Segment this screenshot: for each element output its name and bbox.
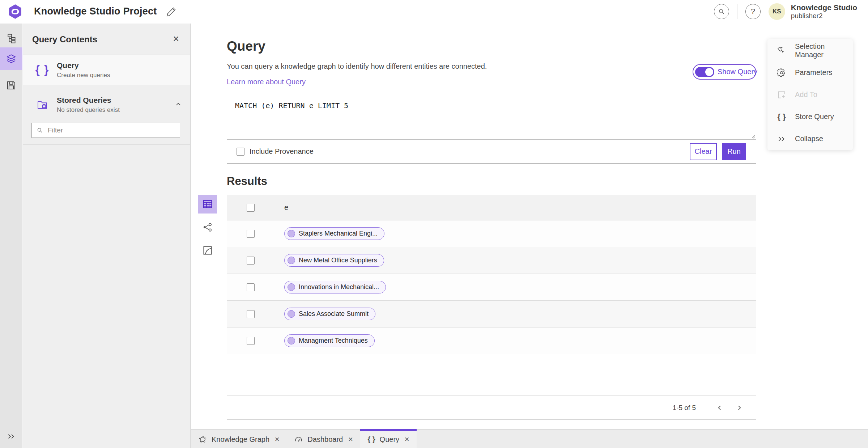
query-textarea[interactable]: MATCH (e) RETURN e LIMIT 5 <box>227 96 756 139</box>
row-checkbox[interactable] <box>247 230 255 238</box>
table-row: New Metal Office Suppliers <box>227 247 756 274</box>
query-actions-row: Include Provenance Clear Run <box>227 140 756 163</box>
include-provenance-label: Include Provenance <box>250 147 314 156</box>
link-chart-view-icon <box>202 222 213 233</box>
close-tab-icon[interactable]: ✕ <box>404 436 409 443</box>
entity-pill[interactable]: Staplers Mechanical Engi... <box>284 227 384 240</box>
learn-more-link[interactable]: Learn more about Query <box>227 78 306 86</box>
sidebar-item-save[interactable] <box>0 74 22 97</box>
store-query-item[interactable]: { } Store Query <box>767 106 853 128</box>
query-action-panel: Selection Manager Parameters Add To { } … <box>767 39 853 150</box>
action-label: Add To <box>795 90 817 99</box>
view-tab-bar: Knowledge Graph ✕ Dashboard ✕ { } Query … <box>191 429 868 448</box>
tab-knowledge-graph[interactable]: Knowledge Graph ✕ <box>191 429 287 448</box>
row-checkbox[interactable] <box>247 257 255 265</box>
stored-queries-filter[interactable] <box>31 123 180 138</box>
add-to-item: Add To <box>767 84 853 106</box>
app-logo-icon[interactable] <box>7 4 23 20</box>
contents-item-query[interactable]: { } Query Create new queries <box>23 55 190 85</box>
table-view-button[interactable] <box>198 195 217 214</box>
entity-label: Sales Associate Summit <box>299 310 369 318</box>
row-checkbox[interactable] <box>247 283 255 291</box>
entity-dot-icon <box>288 257 295 264</box>
row-checkbox[interactable] <box>247 337 255 345</box>
include-provenance-checkbox[interactable] <box>237 148 244 156</box>
row-checkbox[interactable] <box>247 310 255 318</box>
collapse-section-chevron[interactable] <box>174 100 182 110</box>
add-to-icon <box>777 90 786 100</box>
tab-label: Dashboard <box>307 435 343 444</box>
clear-button[interactable]: Clear <box>690 143 717 160</box>
section-divider <box>23 144 190 145</box>
left-icon-rail <box>0 24 22 448</box>
selection-manager-item[interactable]: Selection Manager <box>767 39 853 62</box>
table-header-row: e <box>227 195 756 220</box>
table-row: Sales Associate Summit <box>227 301 756 327</box>
top-bar-divider <box>737 4 737 19</box>
tab-dashboard[interactable]: Dashboard ✕ <box>287 429 360 448</box>
toggle-switch[interactable] <box>695 67 714 77</box>
gauge-icon <box>294 435 303 444</box>
results-table: e Staplers Mechanical Engi... New Metal … <box>227 195 756 420</box>
item-description: No stored queries exist <box>57 106 120 114</box>
search-button[interactable] <box>714 4 729 19</box>
chevron-up-icon <box>174 100 182 108</box>
curly-braces-icon: { } <box>367 435 375 444</box>
page-description: You can query a knowledge graph to ident… <box>227 62 487 71</box>
collapse-panel-item[interactable]: Collapse <box>767 128 853 150</box>
select-all-checkbox[interactable] <box>247 204 255 212</box>
chevron-right-icon <box>736 404 743 411</box>
column-header-e: e <box>284 203 288 212</box>
run-button[interactable]: Run <box>722 143 746 160</box>
double-chevron-right-icon <box>7 432 16 441</box>
item-title: Stored Queries <box>57 96 120 105</box>
close-panel-icon[interactable]: ✕ <box>171 34 182 44</box>
table-empty-space <box>227 354 756 396</box>
save-icon <box>6 80 17 91</box>
tab-query[interactable]: { } Query ✕ <box>360 429 417 448</box>
next-page-button[interactable] <box>732 401 746 415</box>
toggle-knob <box>705 68 713 76</box>
entity-label: Managment Techniques <box>299 337 368 345</box>
chevron-left-icon <box>716 404 723 411</box>
query-main-area: Query You can query a knowledge graph to… <box>191 24 868 429</box>
pagination-range: 1-5 of 5 <box>673 404 696 412</box>
close-tab-icon[interactable]: ✕ <box>275 436 280 443</box>
sidebar-item-knowledge-graph[interactable] <box>0 27 22 50</box>
entity-pill[interactable]: New Metal Office Suppliers <box>284 254 384 267</box>
entity-label: Innovations in Mechanical... <box>299 283 379 291</box>
entity-pill[interactable]: Innovations in Mechanical... <box>284 281 386 293</box>
edit-title-pencil-icon[interactable] <box>166 6 177 17</box>
filter-input[interactable] <box>48 126 175 134</box>
entity-dot-icon <box>288 230 295 237</box>
entity-pill[interactable]: Sales Associate Summit <box>284 308 375 320</box>
item-title: Query <box>57 61 110 70</box>
action-label: Collapse <box>795 135 823 143</box>
expand-rail-button[interactable] <box>0 428 22 444</box>
page-title: Query <box>227 39 265 54</box>
close-tab-icon[interactable]: ✕ <box>348 436 353 443</box>
search-icon <box>36 127 43 134</box>
tab-label: Query <box>380 435 399 444</box>
query-editor-container: MATCH (e) RETURN e LIMIT 5 Include Prove… <box>227 96 756 164</box>
link-chart-view-button[interactable] <box>198 218 217 237</box>
show-query-toggle[interactable]: Show Query <box>693 64 756 80</box>
top-bar: Knowledge Studio Project ? KS Knowledge … <box>0 0 868 23</box>
gear-icon <box>777 68 786 77</box>
parameters-item[interactable]: Parameters <box>767 62 853 84</box>
project-title: Knowledge Studio Project <box>34 6 157 17</box>
user-info[interactable]: Knowledge Studio publisher2 <box>791 3 857 20</box>
contents-item-stored-queries[interactable]: Stored Queries No stored queries exist <box>23 89 190 120</box>
knowledge-studio-app: Knowledge Studio Project ? KS Knowledge … <box>0 0 868 448</box>
resize-grip-icon[interactable] <box>750 134 755 139</box>
show-query-label: Show Query <box>718 68 757 76</box>
layers-icon <box>6 53 17 64</box>
query-contents-header: Query Contents ✕ <box>23 24 190 55</box>
sidebar-item-layers[interactable] <box>0 47 22 70</box>
help-button[interactable]: ? <box>745 4 761 19</box>
curly-braces-icon: { } <box>777 112 786 122</box>
user-avatar[interactable]: KS <box>769 3 785 20</box>
previous-page-button[interactable] <box>712 401 727 415</box>
entity-pill[interactable]: Managment Techniques <box>284 334 375 347</box>
map-view-button[interactable] <box>198 241 217 260</box>
